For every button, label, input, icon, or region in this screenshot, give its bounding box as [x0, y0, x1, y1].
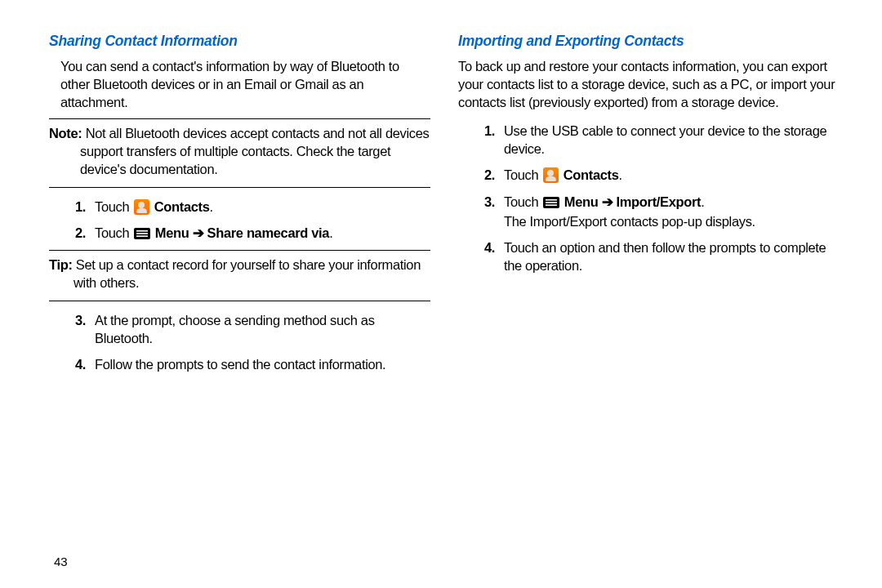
- step-item: Touch Menu ➔ Share namecard via.: [75, 224, 430, 242]
- step-suffix: .: [619, 167, 622, 182]
- step-suffix: .: [701, 194, 704, 209]
- step-suffix: .: [329, 225, 332, 240]
- svg-rect-5: [546, 199, 557, 201]
- step-bold: Menu ➔ Share namecard via: [155, 225, 329, 240]
- step-text: Touch: [95, 199, 133, 214]
- divider: [49, 301, 430, 301]
- section-heading-sharing: Sharing Contact Information: [49, 33, 430, 50]
- svg-rect-2: [136, 233, 148, 234]
- right-column: Importing and Exporting Contacts To back…: [458, 33, 840, 381]
- divider: [49, 187, 430, 188]
- steps-list-left-a: Touch Contacts. Touch Menu ➔ Share namec…: [49, 198, 430, 243]
- intro-text-left: You can send a contact's information by …: [49, 58, 430, 112]
- svg-rect-1: [136, 230, 148, 232]
- divider: [49, 118, 430, 119]
- contacts-icon: [543, 167, 559, 183]
- intro-text-right: To back up and restore your contacts inf…: [458, 58, 840, 112]
- step-item: Use the USB cable to connect your device…: [484, 122, 840, 158]
- two-column-layout: Sharing Contact Information You can send…: [49, 33, 840, 381]
- tip-text: Set up a contact record for yourself to …: [73, 257, 421, 290]
- step-bold: Menu ➔ Import/Export: [564, 194, 701, 209]
- step-item: Touch Menu ➔ Import/Export. The Import/E…: [484, 193, 840, 231]
- menu-icon: [543, 194, 559, 206]
- step-bold: Contacts: [154, 199, 210, 214]
- note-text: Not all Bluetooth devices accept contact…: [80, 126, 429, 177]
- step-item: Follow the prompts to send the contact i…: [75, 355, 430, 373]
- contacts-icon: [134, 199, 149, 215]
- steps-list-right: Use the USB cable to connect your device…: [458, 122, 840, 275]
- divider: [49, 250, 430, 251]
- svg-rect-3: [136, 235, 148, 237]
- step-text: Touch: [504, 167, 542, 182]
- step-item: Touch an option and then follow the prom…: [484, 238, 840, 275]
- left-column: Sharing Contact Information You can send…: [49, 33, 430, 381]
- step-item: Touch Contacts.: [75, 198, 430, 216]
- svg-rect-7: [546, 204, 557, 206]
- section-heading-importing: Importing and Exporting Contacts: [458, 33, 840, 50]
- step-item: Touch Contacts.: [484, 166, 840, 184]
- step-text: Touch: [95, 225, 133, 240]
- tip-label: Tip:: [49, 257, 73, 272]
- step-text: Touch: [504, 194, 542, 209]
- page-number: 43: [54, 555, 67, 568]
- step-suffix: .: [210, 199, 213, 214]
- step-bold: Contacts: [564, 167, 619, 182]
- note-label: Note:: [49, 126, 82, 140]
- step-item: At the prompt, choose a sending method s…: [75, 311, 430, 348]
- step-subtext: The Import/Export contacts pop-up displa…: [504, 212, 840, 230]
- tip-callout: Tip: Set up a contact record for yoursel…: [49, 256, 430, 292]
- steps-list-left-b: At the prompt, choose a sending method s…: [49, 311, 430, 374]
- menu-icon: [134, 225, 150, 237]
- svg-rect-6: [546, 202, 557, 203]
- note-callout: Note: Not all Bluetooth devices accept c…: [49, 124, 430, 179]
